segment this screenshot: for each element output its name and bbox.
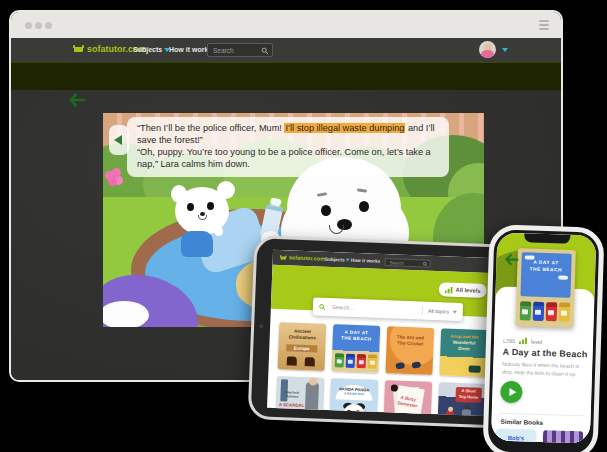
nav-subjects[interactable]: Subjects (325, 257, 350, 263)
flower-art (105, 171, 114, 180)
book-description: Nobody likes it when the beach is dirty.… (502, 361, 586, 379)
cover-title: A DAY ATTHE BEACH (333, 329, 380, 342)
nav-subjects[interactable]: Subjects (133, 46, 170, 53)
chevron-down-icon (346, 259, 350, 262)
phone-notch (524, 233, 570, 243)
cover-title: Sherlock Holmes (278, 390, 305, 399)
cover-ribbon: Europe (286, 344, 317, 352)
navbar-search (207, 43, 273, 57)
insect-art (395, 362, 405, 369)
nav-how-it-works[interactable]: How it works (351, 258, 381, 264)
book-cover-busy-semester[interactable]: A BusySemester (383, 380, 432, 416)
back-arrow-icon[interactable] (503, 253, 519, 266)
search-icon (423, 262, 428, 267)
book-cover-ant-and-cricket[interactable]: The Ant andThe Cricket (385, 326, 434, 375)
recycling-bins-art (335, 353, 378, 369)
figure-art (305, 382, 319, 416)
cart-art (469, 365, 481, 372)
cover-title: A DAY AT (521, 259, 571, 266)
story-text-line2: “Oh, puppy. You’re too young to be a pol… (137, 146, 439, 170)
level-icon (444, 286, 452, 293)
all-levels-label: All levels (455, 287, 480, 294)
search-input[interactable] (211, 44, 259, 56)
speech-marker-icon (114, 135, 122, 145)
puppy-eye (187, 203, 194, 211)
topics-dropdown[interactable]: All topics (428, 308, 449, 315)
cover-sky: A DAY AT THE BEACH (520, 252, 571, 298)
search-input[interactable] (388, 259, 422, 267)
highlighted-text: I’ll stop illegal waste dumping (284, 123, 405, 133)
divider (422, 306, 423, 316)
back-arrow-icon[interactable] (67, 92, 87, 108)
sleeping-puppy-art (103, 301, 149, 327)
figure-art (461, 409, 471, 416)
browser-titlebar (11, 12, 561, 38)
book-cover-panda-panda[interactable]: PANDA PANDA A RAINY DAY (329, 378, 378, 416)
navbar-search (385, 258, 431, 268)
cover-title: The Ant andThe Cricket (386, 334, 433, 347)
tablet-screen: sofatutor.com Subjects How it works All … (267, 250, 497, 416)
window-control-dot[interactable] (45, 22, 52, 29)
puppy-shirt (181, 231, 213, 257)
cover-title: AncientCivilisations (279, 328, 326, 341)
lexile-level: L290 (503, 337, 515, 343)
avatar[interactable] (479, 41, 496, 58)
cover-title: Bob's (496, 435, 536, 443)
level-row: L290 level (503, 337, 542, 345)
reader-header-band (11, 62, 561, 90)
logo-text: sofatutor.com (289, 254, 326, 261)
recycling-bins-art (519, 301, 570, 322)
cover-title: THE BEACH (521, 266, 571, 273)
dog-eye (321, 205, 331, 216)
book-cover-scandal-in-bohemia[interactable]: Sherlock Holmes A SCANDAL IN BOHEMIA (275, 376, 324, 416)
similar-books-heading: Similar Books (500, 418, 543, 426)
cover-title: IN BOHEMIA (276, 408, 307, 414)
book-cover-anup-wonderful-oven[interactable]: Anup and the Wonderful Oven (439, 328, 488, 377)
tablet-camera (259, 324, 263, 328)
level-label: level (531, 338, 542, 344)
story-text: “Then I’ll be the police officer, Mum! (137, 123, 284, 133)
tablet-mockup: sofatutor.com Subjects How it works All … (248, 235, 517, 429)
window-control-dot[interactable] (25, 22, 32, 29)
search-icon (261, 47, 269, 55)
level-icon (519, 337, 527, 344)
silhouette-art (287, 356, 297, 365)
stage: sofatutor.com Subjects How it works (0, 0, 607, 452)
search-icon (319, 303, 326, 310)
cover-banner: A ShortTrip Home (455, 387, 482, 403)
story-text-bubble: “Then I’ll be the police officer, Mum! I… (127, 117, 449, 177)
puppy-art (173, 181, 253, 271)
sofa-logo-icon (73, 45, 84, 53)
window-control-dot[interactable] (35, 22, 42, 29)
book-cover-ancient-civilisations[interactable]: AncientCivilisations Europe (278, 322, 327, 371)
similar-book-cover[interactable] (542, 430, 583, 443)
menu-icon[interactable] (539, 20, 549, 32)
cover-title: Oven (440, 345, 487, 352)
book-cover-day-at-the-beach[interactable]: A DAY AT THE BEACH (515, 248, 575, 328)
cloud-art (557, 275, 567, 279)
chevron-down-icon[interactable] (453, 310, 457, 313)
book-cover-short-trip-home[interactable]: A ShortTrip Home (437, 382, 486, 416)
chevron-down-icon[interactable] (502, 48, 508, 52)
book-cover-day-at-the-beach[interactable]: A DAY ATTHE BEACH (331, 324, 380, 373)
figure-art (445, 411, 454, 417)
phone-mockup: A DAY AT THE BEACH L290 level A Day at t… (482, 224, 604, 452)
phone-screen: A DAY AT THE BEACH L290 level A Day at t… (491, 232, 596, 443)
sofatutor-logo[interactable]: sofatutor.com (280, 254, 326, 262)
sofa-logo-icon (280, 255, 287, 260)
book-grid: AncientCivilisations Europe A DAY ATTHE … (275, 322, 489, 416)
nav-how-it-works[interactable]: How it works (169, 46, 212, 53)
dog-eye (359, 201, 369, 212)
search-input[interactable] (330, 303, 417, 314)
similar-book-cover[interactable]: Bob's (495, 429, 536, 444)
puppy-eye (207, 202, 214, 210)
panda-art (344, 404, 365, 417)
all-levels-button[interactable]: All levels (438, 282, 487, 298)
site-navbar: sofatutor.com Subjects How it works (11, 38, 561, 62)
